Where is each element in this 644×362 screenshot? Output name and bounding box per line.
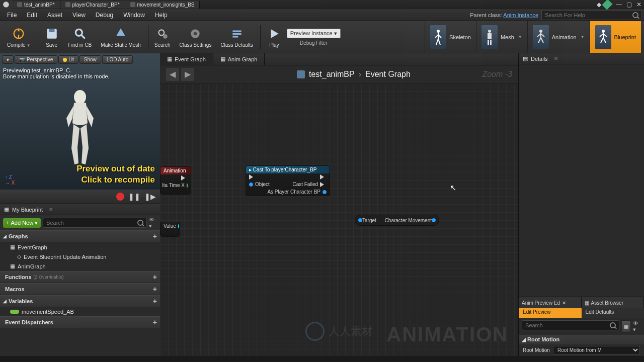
tree-item-variable[interactable]: movementSpeed_AB: [0, 307, 160, 316]
add-macro-button[interactable]: +: [153, 285, 157, 293]
maximize-button[interactable]: ▢: [624, 1, 634, 9]
help-search[interactable]: [541, 10, 642, 20]
menu-window[interactable]: Window: [118, 10, 150, 20]
menu-debug[interactable]: Debug: [91, 10, 118, 20]
viewport-lit-button[interactable]: Lit: [58, 55, 78, 64]
viewport-perspective-button[interactable]: 📷 Perspective: [15, 55, 57, 64]
object-pin-out[interactable]: [323, 190, 327, 194]
viewport-options-button[interactable]: ▾: [2, 55, 14, 64]
search-input[interactable]: [46, 220, 137, 226]
details-tab[interactable]: ▤Details✕: [519, 53, 644, 64]
menu-view[interactable]: View: [67, 10, 91, 20]
node-event-animation[interactable]: Animation lta Time X: [160, 166, 191, 195]
minimize-button[interactable]: —: [614, 1, 624, 9]
menu-asset[interactable]: Asset: [42, 10, 67, 20]
exec-pin-out[interactable]: [320, 174, 327, 179]
viewport-show-button[interactable]: Show: [79, 55, 101, 64]
value-pin-out[interactable]: [178, 224, 179, 228]
mode-mesh[interactable]: Mesh▼: [476, 21, 527, 53]
component-pin-out[interactable]: [432, 218, 436, 222]
record-button[interactable]: [116, 193, 124, 201]
class-defaults-button[interactable]: Class Defaults: [216, 24, 257, 50]
section-graphs[interactable]: ◢Graphs+: [0, 230, 160, 242]
preview-viewport[interactable]: ▾ 📷 Perspective Lit Show LOD Auto Previe…: [0, 53, 160, 204]
tab-event-graph[interactable]: ▦Event Graph: [160, 53, 213, 65]
mode-blueprint[interactable]: Blueprint: [590, 21, 641, 53]
preview-warning[interactable]: Preview out of date Click to recompile: [76, 163, 155, 186]
node-value[interactable]: Value: [160, 222, 180, 237]
tree-item-eventgraph[interactable]: ▦EventGraph: [0, 242, 160, 252]
asset-tab-animbp[interactable]: test_animBP*: [12, 1, 60, 9]
exec-pin-failed[interactable]: [320, 182, 327, 187]
target-pin-in[interactable]: [358, 218, 362, 222]
tree-item-event-update[interactable]: ◇Event Blueprint Update Animation: [0, 252, 160, 261]
menu-file[interactable]: File: [2, 10, 22, 20]
section-macros[interactable]: Macros+: [0, 283, 160, 295]
my-blueprint-search[interactable]: [43, 218, 147, 228]
asset-tab-playercharacter[interactable]: playerCharacter_BP*: [60, 1, 125, 9]
details-search-row: ▦ 👁▾: [519, 318, 644, 335]
search-button[interactable]: Search: [150, 24, 175, 50]
section-variables[interactable]: ◢Variables+: [0, 295, 160, 307]
graph-canvas[interactable]: Animation lta Time X ▸ Cast To playerCha…: [160, 83, 518, 356]
exec-pin-in[interactable]: [249, 174, 256, 179]
viewport-playback-controls: ❚❚ ❚▶: [0, 190, 160, 204]
parent-class-link[interactable]: Anim Instance: [503, 12, 538, 18]
add-function-button[interactable]: +: [153, 273, 157, 281]
menu-edit[interactable]: Edit: [22, 10, 42, 20]
tab-asset-browser[interactable]: ▦Asset Browser: [582, 297, 645, 308]
subtab-edit-defaults[interactable]: Edit Defaults: [582, 308, 645, 318]
compile-button[interactable]: Compile▼: [3, 24, 35, 50]
close-icon[interactable]: ✕: [554, 56, 558, 61]
debug-filter-select[interactable]: Preview Instance ▾: [287, 29, 341, 38]
breadcrumb-current: Event Graph: [365, 70, 411, 79]
make-static-mesh-button[interactable]: Make Static Mesh: [97, 24, 144, 50]
breadcrumb-asset[interactable]: test_animBP: [309, 70, 355, 79]
unreal-logo-icon[interactable]: [0, 0, 12, 9]
editor-top-tabs: test_animBP* playerCharacter_BP* movemen…: [0, 0, 644, 9]
details-search-input[interactable]: [525, 322, 610, 328]
pause-button[interactable]: ❚❚: [128, 193, 140, 201]
nav-forward-button[interactable]: ▶: [181, 68, 194, 81]
find-in-cb-button[interactable]: Find in CB: [64, 24, 96, 50]
float-pin-out[interactable]: [187, 184, 188, 188]
tab-anim-graph[interactable]: ▦Anim Graph: [213, 53, 265, 65]
tree-item-animgraph[interactable]: ▦AnimGraph: [0, 261, 160, 271]
right-column: ▤Details✕ Anim Preview Ed✕ ▦Asset Browse…: [518, 53, 644, 356]
help-search-input[interactable]: [545, 12, 632, 18]
viewport-lod-button[interactable]: LOD Auto: [102, 55, 133, 64]
save-button[interactable]: Save: [40, 24, 63, 50]
subtab-edit-preview[interactable]: Edit Preview: [519, 308, 582, 318]
tab-anim-preview-editor[interactable]: Anim Preview Ed✕: [519, 297, 582, 308]
details-search[interactable]: [522, 320, 619, 330]
category-root-motion[interactable]: ◢ Root Motion: [519, 335, 644, 344]
add-variable-button[interactable]: +: [153, 297, 157, 305]
visibility-filter-button[interactable]: 👁 ▾: [149, 217, 157, 229]
add-dispatcher-button[interactable]: +: [153, 318, 157, 326]
object-pin-in[interactable]: [249, 183, 253, 187]
mode-skeleton[interactable]: Skeleton: [425, 21, 476, 53]
node-character-movement[interactable]: Target Character Movement: [355, 215, 439, 226]
mode-animation[interactable]: Animation▼: [527, 21, 590, 53]
class-settings-button[interactable]: Class Settings: [175, 24, 215, 50]
node-cast-to-player[interactable]: ▸ Cast To playerCharacter_BP ObjectCast …: [246, 165, 330, 196]
close-icon[interactable]: ✕: [49, 207, 53, 212]
source-control-icon[interactable]: [604, 1, 614, 9]
step-button[interactable]: ❚▶: [144, 193, 156, 201]
play-button[interactable]: Play: [263, 24, 286, 50]
close-button[interactable]: ✕: [634, 1, 644, 9]
section-functions[interactable]: Functions(2 Overridable)+: [0, 271, 160, 283]
section-dispatchers[interactable]: Event Dispatchers+: [0, 316, 160, 328]
view-options-button[interactable]: ▦: [621, 320, 631, 333]
visibility-button[interactable]: 👁▾: [633, 320, 641, 333]
exec-pin-out[interactable]: [181, 175, 188, 180]
nav-back-button[interactable]: ◀: [166, 68, 179, 81]
svg-point-8: [163, 34, 168, 39]
add-new-button[interactable]: + Add New ▾: [3, 218, 41, 228]
add-graph-button[interactable]: +: [153, 232, 157, 240]
root-motion-select[interactable]: Root Motion from M: [553, 346, 640, 354]
folder-icon: ▦: [585, 300, 589, 306]
menu-help[interactable]: Help: [150, 10, 173, 20]
my-blueprint-tab[interactable]: ▦ My Blueprint ✕: [0, 204, 160, 215]
asset-tab-blendspace[interactable]: movement_ironsights_BS: [125, 1, 200, 9]
